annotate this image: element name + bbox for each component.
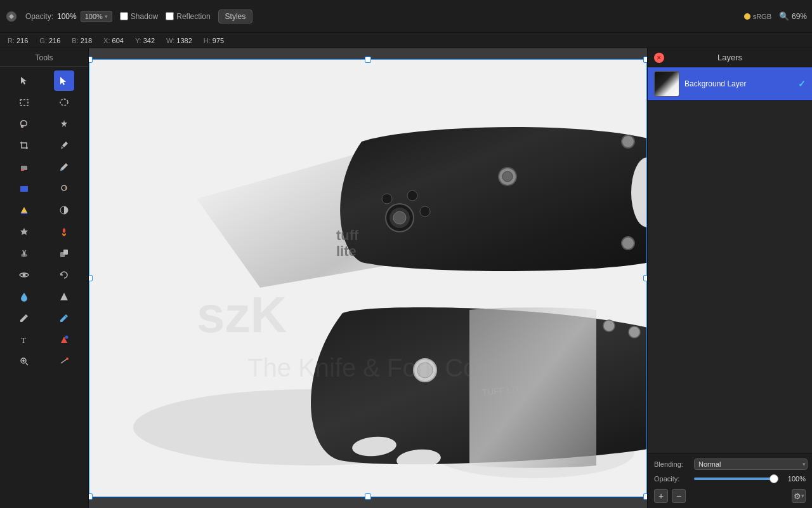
healing-tool[interactable] — [14, 222, 34, 242]
b-coord: B: 218 — [72, 37, 92, 44]
srgb-badge: sRGB — [744, 13, 771, 20]
zoom-value: 69% — [792, 12, 807, 21]
text-tool[interactable]: T — [14, 330, 34, 350]
rectangle-tool[interactable] — [14, 178, 34, 199]
srgb-color-icon — [744, 13, 750, 20]
h-label: H: — [204, 37, 211, 44]
eraser-tool[interactable] — [14, 157, 34, 177]
tools-grid: T — [0, 67, 88, 375]
opacity-label: Opacity: — [654, 475, 689, 483]
color-adjust-tool[interactable] — [54, 200, 74, 220]
svg-point-30 — [407, 190, 417, 201]
cone-tool[interactable] — [54, 286, 74, 307]
svg-point-3 — [22, 126, 23, 128]
canvas-area[interactable]: tuff lite TUFF LITE — [89, 48, 647, 508]
opacity-dropdown[interactable]: 100% ▾ — [81, 11, 112, 22]
eyedropper-tool[interactable] — [54, 135, 74, 156]
canvas-image: tuff lite TUFF LITE — [89, 59, 647, 497]
layers-actions: + − ⚙ ▾ — [654, 489, 806, 503]
opacity-row: Opacity: 100% — [654, 475, 806, 483]
paint-brush-tool[interactable] — [54, 157, 74, 177]
svg-text:tuff: tuff — [336, 227, 359, 243]
svg-point-22 — [502, 171, 513, 182]
svg-point-28 — [393, 211, 406, 224]
opacity-slider[interactable] — [694, 478, 778, 480]
g-label: G: — [39, 37, 47, 44]
y-value: 342 — [143, 37, 155, 44]
layer-settings-button[interactable]: ⚙ ▾ — [792, 489, 806, 503]
b-label: B: — [72, 37, 78, 44]
g-value: 216 — [49, 37, 60, 44]
zoom-indicator: 🔍 69% — [779, 11, 807, 21]
fill-tool[interactable] — [14, 200, 34, 220]
r-value: 216 — [16, 37, 28, 44]
blending-row: Blending: Normal Multiply Screen Overlay… — [654, 458, 806, 470]
coord-bar: R: 216 G: 216 B: 218 X: 604 Y: 342 W: 13… — [0, 33, 812, 48]
smudge-tool[interactable] — [14, 243, 34, 264]
ellipse-select-tool[interactable] — [54, 92, 74, 112]
blending-select[interactable]: Normal Multiply Screen Overlay Darken Li… — [694, 458, 808, 470]
reflection-group: Reflection — [166, 12, 210, 21]
svg-point-24 — [622, 237, 634, 250]
svg-text:szK: szK — [197, 286, 287, 343]
x-value: 604 — [112, 37, 124, 44]
measure-tool[interactable] — [54, 351, 74, 371]
r-label: R: — [8, 37, 15, 44]
h-value: 975 — [213, 37, 224, 44]
shadow-checkbox[interactable] — [120, 12, 128, 20]
gear-icon: ⚙ — [794, 491, 801, 501]
burn-tool[interactable] — [54, 222, 74, 242]
rect-select-tool[interactable] — [14, 92, 34, 112]
svg-rect-5 — [20, 186, 28, 192]
canvas-content: tuff lite TUFF LITE — [89, 59, 647, 497]
blending-label: Blending: — [654, 460, 689, 468]
svg-point-29 — [382, 194, 392, 204]
clone-tool[interactable] — [54, 243, 74, 264]
zoom-icon: 🔍 — [779, 11, 789, 21]
shadow-group: Shadow — [120, 12, 158, 21]
app-icon — [5, 10, 18, 23]
styles-button[interactable]: Styles — [218, 10, 253, 23]
select-tool[interactable] — [54, 70, 74, 91]
layers-spacer — [648, 101, 812, 453]
history-tool[interactable] — [54, 265, 74, 285]
opacity-value: 100% — [783, 475, 806, 483]
svg-marker-13 — [60, 293, 68, 300]
close-button[interactable]: ✕ — [654, 53, 664, 63]
h-coord: H: 975 — [204, 37, 224, 44]
opacity-display: 100% — [57, 12, 77, 21]
tools-panel: Tools — [0, 48, 89, 508]
crop-tool[interactable] — [14, 135, 34, 156]
svg-text:lite: lite — [336, 243, 357, 259]
add-layer-button[interactable]: + — [654, 489, 668, 503]
stamp-tool[interactable] — [54, 178, 74, 199]
shape-tool[interactable] — [54, 330, 74, 350]
shadow-label: Shadow — [131, 12, 158, 21]
reflection-checkbox[interactable] — [166, 12, 174, 20]
layer-thumb-content — [655, 72, 679, 96]
svg-rect-11 — [63, 250, 68, 255]
w-value: 1382 — [176, 37, 192, 44]
eye-tool[interactable] — [14, 265, 34, 285]
remove-layer-button[interactable]: − — [672, 489, 686, 503]
y-label: Y: — [135, 37, 141, 44]
lasso-tool[interactable] — [14, 114, 34, 134]
opacity-label: Opacity: — [25, 12, 53, 21]
top-bar: Opacity: 100% 100% ▾ Shadow Reflection S… — [0, 0, 812, 33]
top-bar-right: sRGB 🔍 69% — [744, 11, 807, 21]
chevron-down-icon: ▾ — [105, 13, 108, 20]
g-coord: G: 216 — [39, 37, 60, 44]
zoom-tool[interactable] — [14, 351, 34, 371]
pencil-tool[interactable] — [14, 308, 34, 328]
layers-panel: ✕ Layers Background Layer ✓ Blending: No… — [647, 48, 812, 508]
layer-item[interactable]: Background Layer ✓ — [648, 67, 812, 101]
drop-tool[interactable] — [14, 286, 34, 307]
opacity-thumb[interactable] — [769, 474, 778, 483]
x-label: X: — [103, 37, 110, 44]
svg-text:The Knife & Fork Co.: The Knife & Fork Co. — [247, 354, 484, 382]
pointer-tool[interactable] — [14, 70, 34, 91]
svg-point-15 — [65, 336, 68, 339]
magic-wand-tool[interactable] — [54, 114, 74, 134]
pen-tool[interactable] — [54, 308, 74, 328]
svg-rect-4 — [21, 166, 27, 170]
